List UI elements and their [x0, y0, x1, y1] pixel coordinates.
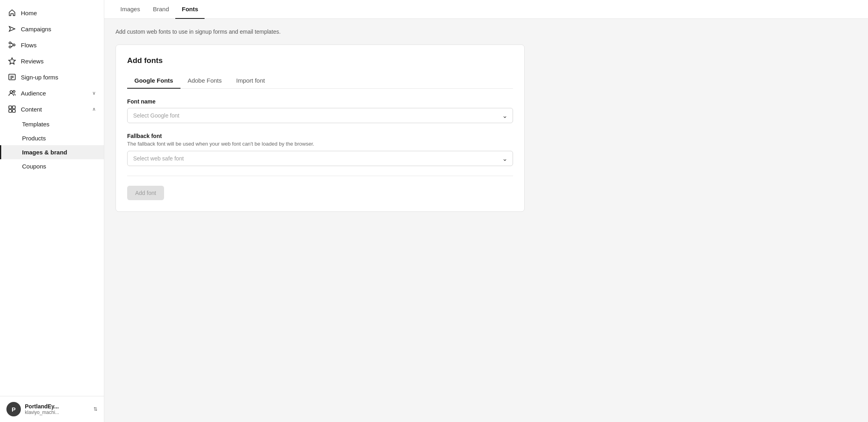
sidebar-item-images-brand[interactable]: Images & brand	[0, 145, 104, 159]
sidebar-item-campaigns-label: Campaigns	[21, 26, 96, 32]
svg-rect-7	[9, 74, 15, 80]
sidebar-item-content-label: Content	[21, 106, 87, 113]
sidebar-item-coupons-label: Coupons	[22, 163, 46, 170]
fallback-font-select[interactable]: Select web safe font	[127, 151, 513, 166]
svg-point-11	[10, 91, 12, 93]
sidebar-footer[interactable]: P PortlandEy... klaviyo_machi... ⇅	[0, 396, 104, 422]
fallback-font-description: The fallback font will be used when your…	[127, 141, 513, 147]
tab-images[interactable]: Images	[114, 0, 146, 19]
font-name-select[interactable]: Select Google font	[127, 108, 513, 123]
sidebar-item-templates[interactable]: Templates	[0, 117, 104, 131]
page-subtitle: Add custom web fonts to use in signup fo…	[116, 28, 857, 35]
svg-point-3	[9, 46, 11, 48]
sidebar-item-home-label: Home	[21, 10, 96, 16]
sidebar-item-audience-label: Audience	[21, 90, 87, 97]
footer-org-name: PortlandEy...	[25, 403, 89, 410]
top-tab-bar: Images Brand Fonts	[104, 0, 868, 19]
sidebar-item-flows-label: Flows	[21, 42, 96, 49]
font-name-select-wrapper: Select Google font ⌄	[127, 108, 513, 123]
footer-chevron-icon: ⇅	[93, 406, 97, 412]
sidebar: Home Campaigns Flows	[0, 0, 104, 422]
flows-icon	[8, 41, 16, 49]
content-chevron-icon: ∧	[92, 106, 96, 112]
svg-marker-0	[9, 26, 15, 31]
svg-point-12	[13, 91, 15, 93]
svg-point-2	[13, 44, 15, 46]
footer-account-name: klaviyo_machi...	[25, 410, 89, 415]
svg-rect-15	[9, 110, 12, 112]
audience-icon	[8, 89, 16, 97]
tab-import-font[interactable]: Import font	[229, 73, 272, 89]
audience-chevron-icon: ∨	[92, 90, 96, 96]
fallback-font-title: Fallback font	[127, 133, 513, 139]
add-font-button[interactable]: Add font	[127, 186, 164, 200]
home-icon	[8, 9, 16, 17]
svg-line-4	[11, 43, 13, 45]
sidebar-item-products[interactable]: Products	[0, 131, 104, 145]
sidebar-item-signup-forms[interactable]: Sign-up forms	[0, 69, 104, 85]
sidebar-item-signup-label: Sign-up forms	[21, 74, 96, 81]
tab-google-fonts[interactable]: Google Fonts	[127, 73, 180, 89]
avatar: P	[6, 402, 21, 416]
sidebar-item-products-label: Products	[22, 135, 46, 142]
font-name-label: Font name	[127, 98, 513, 105]
content-sub-nav: Templates Products Images & brand Coupon…	[0, 117, 104, 173]
tab-brand[interactable]: Brand	[146, 0, 175, 19]
sidebar-item-campaigns[interactable]: Campaigns	[0, 21, 104, 37]
fallback-font-select-wrapper: Select web safe font ⌄	[127, 151, 513, 166]
svg-point-1	[9, 42, 11, 44]
card-title: Add fonts	[127, 56, 513, 65]
svg-line-5	[11, 46, 13, 47]
signup-icon	[8, 73, 16, 81]
sidebar-item-audience[interactable]: Audience ∨	[0, 85, 104, 101]
svg-rect-14	[12, 106, 15, 109]
sidebar-item-templates-label: Templates	[22, 121, 49, 128]
svg-rect-13	[9, 106, 12, 109]
svg-marker-6	[9, 58, 16, 64]
sidebar-item-home[interactable]: Home	[0, 5, 104, 21]
content-area: Add custom web fonts to use in signup fo…	[104, 19, 868, 422]
main-content: Images Brand Fonts Add custom web fonts …	[104, 0, 868, 422]
sidebar-item-content[interactable]: Content ∧	[0, 101, 104, 117]
tab-adobe-fonts[interactable]: Adobe Fonts	[180, 73, 229, 89]
content-icon	[8, 105, 16, 113]
sidebar-item-images-brand-label: Images & brand	[22, 149, 67, 156]
card-divider	[127, 176, 513, 176]
sidebar-item-reviews-label: Reviews	[21, 58, 96, 65]
sidebar-item-reviews[interactable]: Reviews	[0, 53, 104, 69]
campaigns-icon	[8, 25, 16, 33]
inner-tab-bar: Google Fonts Adobe Fonts Import font	[127, 73, 513, 89]
footer-text: PortlandEy... klaviyo_machi...	[25, 403, 89, 415]
reviews-icon	[8, 57, 16, 65]
svg-rect-16	[12, 110, 15, 112]
sidebar-nav: Home Campaigns Flows	[0, 0, 104, 396]
sidebar-item-coupons[interactable]: Coupons	[0, 159, 104, 173]
tab-fonts[interactable]: Fonts	[175, 0, 205, 19]
add-fonts-card: Add fonts Google Fonts Adobe Fonts Impor…	[116, 45, 525, 212]
sidebar-item-flows[interactable]: Flows	[0, 37, 104, 53]
